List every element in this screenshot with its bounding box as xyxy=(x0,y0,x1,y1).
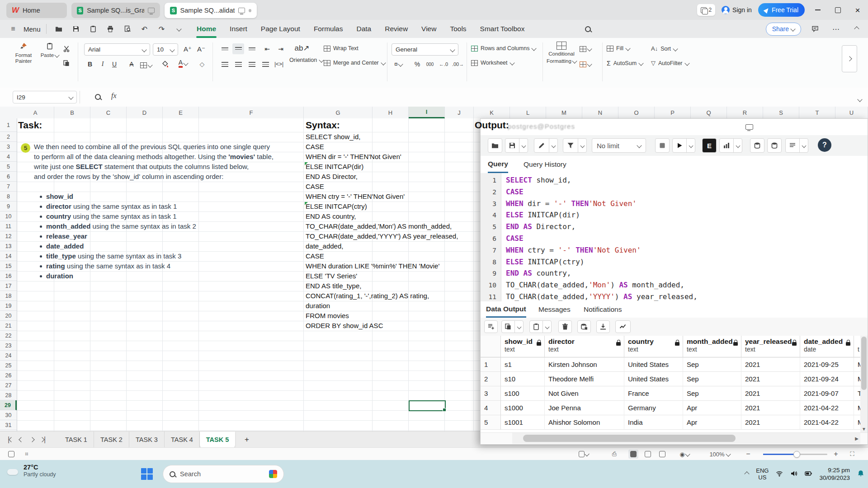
cut-icon[interactable] xyxy=(61,43,72,54)
free-trial-button[interactable]: Free Trial xyxy=(758,3,805,17)
table-cell[interactable]: India xyxy=(624,415,683,430)
row-header-15[interactable]: 15 xyxy=(0,261,17,271)
row-header-3[interactable]: 3 xyxy=(0,142,17,152)
row-header-23[interactable]: 23 xyxy=(0,341,17,351)
column-header-L[interactable]: L xyxy=(510,107,546,118)
vscroll-thumb[interactable] xyxy=(861,337,867,390)
menu-tab-tools[interactable]: Tools xyxy=(443,20,473,38)
decrease-font-icon[interactable]: A⁻ xyxy=(195,44,207,55)
decrease-decimal-icon[interactable]: .00→ xyxy=(452,59,464,70)
table-cell[interactable]: Not Given xyxy=(545,386,624,401)
column-header-P[interactable]: P xyxy=(655,107,691,118)
align-right-icon[interactable] xyxy=(246,59,258,70)
table-cell[interactable]: s10 xyxy=(501,372,545,386)
table-cell[interactable]: Kirsten Johnson xyxy=(545,357,624,372)
row-header-19[interactable]: 19 xyxy=(0,301,17,311)
sheet-tab-task-5[interactable]: TASK 5 xyxy=(200,432,235,448)
table-cell[interactable]: 2021 xyxy=(741,401,800,415)
explain-options-caret[interactable] xyxy=(733,138,742,153)
sort-button[interactable]: A↓ Sort xyxy=(651,45,677,52)
row-header-16[interactable]: 16 xyxy=(0,271,17,281)
scroll-down-arrow[interactable]: ▼ xyxy=(860,425,868,432)
table-cell[interactable]: France xyxy=(624,386,683,401)
font-family-select[interactable]: Arial xyxy=(84,43,150,56)
column-header-B[interactable]: B xyxy=(54,107,90,118)
row-header-18[interactable]: 18 xyxy=(0,291,17,301)
start-button[interactable] xyxy=(141,468,153,480)
fx-icon[interactable]: fx xyxy=(111,92,117,100)
column-header-month_added[interactable]: month_addedtext xyxy=(683,336,741,357)
menu-tab-insert[interactable]: Insert xyxy=(223,20,254,38)
wrap-text-button[interactable]: Wrap Text xyxy=(324,45,359,52)
menu-tab-home[interactable]: Home xyxy=(190,20,223,38)
row-header-11[interactable]: 11 xyxy=(0,221,17,231)
menu-tab-smart-toolbox[interactable]: Smart Toolbox xyxy=(473,20,532,38)
comment-icon[interactable] xyxy=(808,23,822,35)
sql-editor[interactable]: 1234567891011 SELECT show_id,CASEWHEN di… xyxy=(481,173,868,301)
browser-tab-2[interactable]: SSample SQ...is_Graphs xyxy=(71,3,160,18)
column-header-G[interactable]: G xyxy=(304,107,373,118)
sign-in-button[interactable]: Sign in xyxy=(722,6,752,14)
format-painter-button[interactable]: Format Painter xyxy=(11,42,36,64)
filter-options-caret[interactable] xyxy=(578,138,587,153)
increase-indent-icon[interactable]: ⇥ xyxy=(275,43,287,54)
save-button[interactable] xyxy=(505,138,519,153)
menu-tab-page-layout[interactable]: Page Layout xyxy=(254,20,307,38)
table-cell[interactable]: 2021-04-22 xyxy=(800,401,854,415)
distributed-icon[interactable]: |<>| xyxy=(273,59,285,70)
results-table[interactable]: show_idtextdirectortextcountrytextmonth_… xyxy=(481,336,861,432)
clipboard-icon[interactable] xyxy=(86,23,100,35)
column-header-Q[interactable]: Q xyxy=(691,107,727,118)
table-cell[interactable]: s1000 xyxy=(501,401,545,415)
percent-icon[interactable]: % xyxy=(411,59,423,70)
selection-fill-handle[interactable] xyxy=(443,408,446,412)
sheet-tab-task-4[interactable]: TASK 4 xyxy=(165,432,200,448)
table-cell[interactable]: 2021-09-25 xyxy=(800,357,854,372)
row-header-14[interactable]: 14 xyxy=(0,251,17,261)
zoom-out-button[interactable]: − xyxy=(743,450,753,459)
page-setup-icon[interactable] xyxy=(579,450,589,459)
edit-button[interactable] xyxy=(534,138,549,153)
worksheet-button[interactable]: Worksheet xyxy=(471,60,514,66)
table-cell[interactable]: 2021-04-22 xyxy=(800,415,854,430)
menu-button[interactable]: ≡ xyxy=(6,23,20,35)
formula-input[interactable] xyxy=(127,91,850,103)
add-row-button[interactable] xyxy=(484,320,498,333)
row-header-28[interactable]: 28 xyxy=(0,390,17,400)
collapse-ribbon-icon[interactable] xyxy=(850,23,863,35)
commit-button[interactable] xyxy=(750,138,764,153)
tab-query-history[interactable]: Query History xyxy=(524,156,566,173)
thousands-icon[interactable]: 000 xyxy=(424,59,436,70)
taskbar-search[interactable]: Search xyxy=(163,465,284,483)
zoom-in-button[interactable]: + xyxy=(831,450,841,459)
print-preview-icon[interactable] xyxy=(121,23,134,35)
results-horizontal-scrollbar[interactable]: ◀ ▶ xyxy=(481,432,868,444)
column-header-K[interactable]: K xyxy=(474,107,510,118)
fullscreen-icon[interactable]: ⛶ xyxy=(847,450,857,459)
table-cell[interactable]: s100 xyxy=(501,386,545,401)
column-header-R[interactable]: R xyxy=(727,107,763,118)
column-header-country[interactable]: countrytext xyxy=(624,336,683,357)
column-header-F[interactable]: F xyxy=(199,107,304,118)
page-layout-view-icon[interactable] xyxy=(643,450,653,459)
open-folder-icon[interactable] xyxy=(52,23,66,35)
rows-columns-button[interactable]: Rows and Columns xyxy=(471,45,536,52)
menu-tab-data[interactable]: Data xyxy=(350,20,378,38)
table-cell[interactable]: s1 xyxy=(501,357,545,372)
table-cell[interactable]: s1001 xyxy=(501,415,545,430)
hidden-icons-chevron[interactable] xyxy=(745,471,750,476)
bold-icon[interactable]: B xyxy=(84,59,96,70)
column-header-show_id[interactable]: show_idtext xyxy=(501,336,545,357)
table-cell[interactable]: Theodore Melfi xyxy=(545,372,624,386)
table-cell[interactable]: Germany xyxy=(624,401,683,415)
column-header-date_added[interactable]: date_addeddate xyxy=(800,336,854,357)
more-options-icon[interactable]: ⋯ xyxy=(829,23,843,35)
column-header-M[interactable]: M xyxy=(546,107,582,118)
row-header-13[interactable]: 13 xyxy=(0,241,17,251)
table-cell[interactable]: 2021 xyxy=(741,357,800,372)
row-header-17[interactable]: 17 xyxy=(0,281,17,291)
column-header-I[interactable]: I xyxy=(409,107,445,118)
row-limit-select[interactable]: No limit xyxy=(592,138,646,153)
table-cell[interactable]: Sep xyxy=(683,386,741,401)
graph-visualiser-button[interactable] xyxy=(615,320,631,333)
